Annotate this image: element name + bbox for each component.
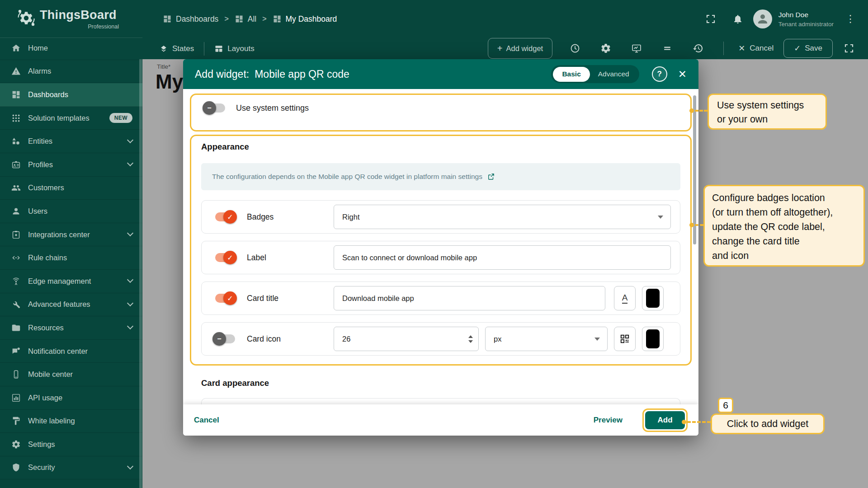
preview-button[interactable]: Preview — [594, 416, 623, 425]
connector-dot — [689, 108, 694, 113]
sidebar-item-security[interactable]: Security — [0, 456, 142, 480]
card-icon-size-input[interactable]: 26 — [334, 327, 479, 351]
use-system-settings-toggle[interactable]: − — [203, 101, 226, 115]
sidebar-item-solution-templates[interactable]: Solution templates NEW — [0, 107, 142, 130]
breadcrumb-separator: > — [224, 15, 228, 23]
layouts-button[interactable]: Layouts — [214, 44, 255, 53]
sidebar-item-entities[interactable]: Entities — [0, 130, 142, 153]
sidebar-item-white-labeling[interactable]: White labeling — [0, 410, 142, 433]
sidebar-item-mobile-center[interactable]: Mobile center — [0, 363, 142, 386]
breadcrumb: Dashboards > All > My Dashboard — [163, 0, 337, 38]
sidebar-item-resources[interactable]: Resources — [0, 316, 142, 340]
customers-people-icon — [11, 183, 21, 193]
check-icon: ✓ — [227, 213, 233, 221]
history-icon[interactable] — [693, 43, 703, 54]
sidebar-scrollbar[interactable] — [139, 59, 142, 488]
user-name: John Doe — [778, 11, 834, 19]
entities-icon — [11, 136, 21, 146]
card-title-font-button[interactable]: A — [614, 286, 636, 310]
avatar[interactable] — [753, 9, 772, 28]
help-icon[interactable]: ? — [652, 66, 667, 82]
chevron-down-icon — [594, 338, 600, 341]
timewindow-clock-icon[interactable] — [570, 43, 580, 54]
integrations-icon — [11, 230, 21, 239]
tab-advanced[interactable]: Advanced — [590, 70, 637, 78]
dialog-cancel-button[interactable]: Cancel — [194, 416, 219, 425]
settings-gear-icon[interactable] — [600, 43, 611, 54]
dialog-scrollbar[interactable] — [693, 95, 696, 244]
sidebar-item-edge-management[interactable]: Edge management — [0, 270, 142, 293]
notifications-bell-icon[interactable] — [732, 14, 743, 24]
sidebar-item-integrations-center[interactable]: Integrations center — [0, 223, 142, 247]
sidebar-item-advanced-features[interactable]: Advanced features — [0, 293, 142, 317]
chevron-down-icon — [127, 277, 133, 283]
badges-toggle[interactable]: ✓ — [213, 210, 236, 224]
breadcrumb-dashboards[interactable]: Dashboards — [163, 14, 218, 24]
expand-fullscreen-icon[interactable] — [844, 43, 854, 54]
fullscreen-icon[interactable] — [705, 14, 716, 24]
notification-message-icon — [11, 346, 21, 356]
label-label: Label — [247, 253, 266, 263]
edit-cancel-button[interactable]: ✕ Cancel — [738, 43, 774, 53]
phone-icon — [11, 370, 21, 380]
badges-label: Badges — [247, 212, 274, 222]
breadcrumb-all[interactable]: All — [235, 14, 256, 24]
label-input[interactable]: Scan to connect or download mobile app — [334, 245, 671, 270]
sidebar-item-notification-center[interactable]: Notification center — [0, 340, 142, 363]
layouts-icon — [214, 44, 223, 53]
card-icon-picker-button[interactable] — [614, 327, 636, 351]
screen: Dashboards > All > My Dashboard — [0, 0, 868, 488]
toolbar-divider — [723, 42, 724, 55]
dashboard-title-label: Title* — [157, 63, 170, 70]
sidebar-item-dashboards[interactable]: Dashboards — [0, 83, 142, 107]
home-icon — [11, 43, 21, 53]
card-icon-toggle[interactable]: − — [213, 332, 236, 346]
paint-icon — [11, 416, 21, 426]
check-icon: ✓ — [227, 253, 233, 262]
shield-icon — [11, 463, 21, 473]
add-widget-button[interactable]: + Add widget — [488, 38, 552, 59]
card-icon-color-button[interactable] — [642, 327, 664, 351]
sidebar-item-settings[interactable]: Settings — [0, 433, 142, 456]
add-button[interactable]: Add — [645, 411, 685, 429]
logo[interactable]: ThingsBoard Professional — [0, 0, 142, 38]
more-menu-icon[interactable]: ⋮ — [845, 13, 855, 25]
toolbar-divider — [204, 42, 204, 56]
sidebar-item-customers[interactable]: Customers — [0, 177, 142, 200]
label-toggle[interactable]: ✓ — [213, 251, 236, 264]
states-button[interactable]: States — [159, 44, 194, 53]
callout-configure-badges: Configure badges location (or turn them … — [703, 185, 865, 267]
widget-name: Mobile app QR code — [255, 68, 349, 80]
connector-dot — [682, 420, 686, 424]
sidebar: ThingsBoard Professional Home Alarms Das… — [0, 0, 142, 488]
sidebar-item-api-usage[interactable]: API usage — [0, 386, 142, 410]
card-title-color-button[interactable] — [642, 286, 664, 310]
tab-basic[interactable]: Basic — [553, 67, 590, 82]
display-mode-icon[interactable] — [631, 43, 642, 54]
configuration-hint: The configuration depends on the Mobile … — [201, 163, 680, 190]
use-system-settings-label: Use system settings — [236, 103, 309, 113]
sidebar-item-rule-chains[interactable]: Rule chains — [0, 246, 142, 270]
sidebar-item-users[interactable]: Users — [0, 200, 142, 223]
minus-icon: − — [217, 335, 221, 343]
sidebar-item-home[interactable]: Home — [0, 37, 142, 60]
card-icon-unit-select[interactable]: px — [485, 327, 608, 351]
card-title-input[interactable]: Download mobile app — [334, 286, 605, 310]
person-icon — [756, 12, 769, 26]
dashboards-icon — [273, 14, 282, 23]
card-title-toggle[interactable]: ✓ — [213, 291, 236, 305]
sidebar-item-profiles[interactable]: Profiles — [0, 153, 142, 177]
save-button[interactable]: ✓ Save — [783, 39, 833, 58]
add-widget-dialog: Add widget:Mobile app QR code Basic Adva… — [183, 59, 698, 436]
sidebar-item-alarms[interactable]: Alarms — [0, 60, 142, 84]
filter-lines-icon[interactable] — [662, 43, 673, 54]
size-stepper[interactable] — [468, 335, 473, 343]
profiles-badge-icon — [11, 160, 21, 169]
breadcrumb-my-dashboard[interactable]: My Dashboard — [273, 14, 337, 24]
external-link-icon[interactable] — [487, 173, 495, 181]
color-swatch — [646, 329, 660, 348]
close-icon[interactable]: ✕ — [678, 68, 687, 80]
states-icon — [159, 44, 168, 53]
alarm-icon — [11, 66, 21, 76]
badges-position-select[interactable]: Right — [334, 205, 671, 229]
